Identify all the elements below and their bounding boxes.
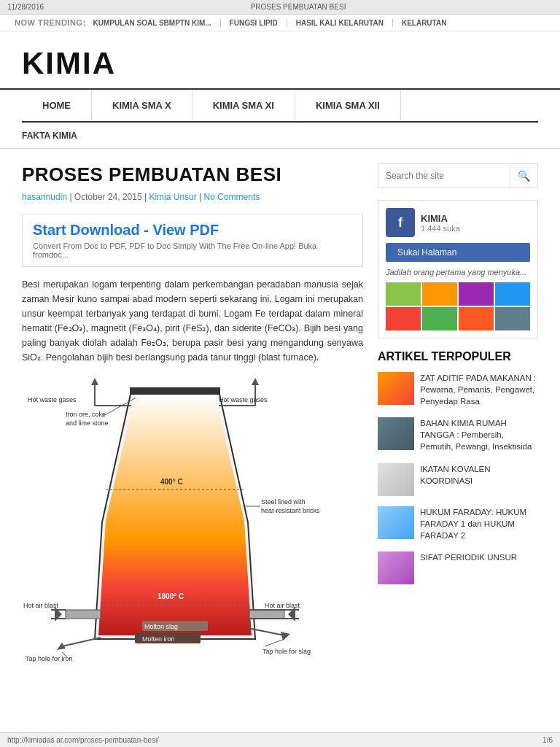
search-button[interactable]: 🔍 [510,164,537,187]
popular-thumb-0 [378,372,414,405]
diagram-container: 400° C 1800° C [22,376,363,685]
facebook-desc: Jadilah orang pertama yang menyuka... [386,268,530,276]
svg-text:Hot air blast: Hot air blast [265,602,300,609]
popular-item-4[interactable]: SIFAT PERIODIK UNSUR [378,551,538,584]
nav-sma-xi[interactable]: KIMIA SMA XI [192,90,295,121]
pdf-ad: Start Download - View PDF Convert From D… [22,214,363,267]
svg-text:Hot air blast: Hot air blast [23,602,59,609]
svg-line-42 [265,639,284,646]
fb-image-5 [386,307,421,330]
facebook-likes: 1.444 suka [421,224,460,233]
trending-item-1[interactable]: FUNGSI LIPID [221,19,287,27]
sub-nav: FAKTA KIMIA [0,123,560,149]
popular-thumb-3 [378,506,414,539]
browser-bar: 11/28/2016 PROSES PEMBUATAN BESI [0,0,560,15]
main-content: PROSES PEMBUATAN BESI hasannudin | Octob… [22,163,363,692]
popular-section-title: ARTIKEL TERPOPULER [378,350,538,363]
article-comments[interactable]: No Comments [204,192,260,202]
popular-item-2[interactable]: IKATAN KOVALEN KOORDINASI [378,463,538,496]
main-nav: HOME KIMIA SMA X KIMIA SMA XI KIMIA SMA … [22,90,538,123]
search-box: 🔍 [378,163,538,188]
site-header: KIMIA [0,31,560,90]
svg-text:and lime stone: and lime stone [66,419,109,427]
popular-text-3: HUKUM FARADAY: HUKUM FARADAY 1 dan HUKUM… [420,506,538,541]
facebook-info: KIMIA 1.444 suka [421,213,460,233]
fb-image-8 [495,307,530,330]
trending-label: NOW TRENDING: [15,18,86,27]
fb-image-4 [495,282,530,306]
popular-text-1: BAHAN KIMIA RUMAH TANGGA : Pembersih, Pe… [420,417,538,452]
nav-home[interactable]: HOME [22,90,92,121]
sub-nav-fakta[interactable]: FAKTA KIMIA [22,131,77,141]
svg-text:400° C: 400° C [160,478,183,486]
facebook-box: f KIMIA 1.444 suka Sukai Halaman Jadilah… [378,200,538,338]
browser-page-title: PROSES PEMBUATAN BESI [251,3,346,11]
svg-text:Molten iron: Molten iron [142,635,175,643]
svg-marker-17 [91,378,98,385]
svg-rect-7 [66,610,101,619]
popular-item-3[interactable]: HUKUM FARADAY: HUKUM FARADAY 1 dan HUKUM… [378,506,538,541]
article-meta: hasannudin | October 24, 2015 | Kimia Un… [22,192,363,202]
popular-text-0: ZAT ADITIF PADA MAKANAN : Pewarna, Peman… [420,372,538,407]
svg-text:Tap hole for slag: Tap hole for slag [262,648,311,655]
nav-sma-x[interactable]: KIMIA SMA X [92,90,192,121]
svg-text:Molton slag: Molton slag [144,623,178,630]
article-category[interactable]: Kimia Unsur [149,192,196,202]
svg-marker-20 [252,378,259,385]
svg-text:Hot waste gases: Hot waste gases [28,396,77,403]
svg-text:Hot waste gases: Hot waste gases [219,396,268,403]
popular-text-2: IKATAN KOVALEN KOORDINASI [420,463,538,487]
trending-item-0[interactable]: KUMPULAN SOAL SBMPTN KIM... [93,19,221,27]
popular-thumb-4 [378,551,414,584]
fb-image-3 [459,282,494,306]
facebook-page-name: KIMIA [421,213,460,224]
blast-furnace-diagram: 400° C 1800° C [22,376,328,683]
article-author[interactable]: hasannudin [22,192,67,202]
svg-text:Steel lined with: Steel lined with [261,498,306,506]
search-input[interactable] [378,165,510,187]
svg-text:1800° C: 1800° C [158,592,184,600]
sidebar: 🔍 f KIMIA 1.444 suka Sukai Halaman Jadil… [378,163,538,692]
pdf-title[interactable]: Start Download - View PDF [33,222,352,239]
trending-item-3[interactable]: KELARUTAN [393,19,455,27]
svg-rect-2 [130,387,220,395]
content-wrapper: PROSES PEMBUATAN BESI hasannudin | Octob… [0,149,560,707]
trending-bar: NOW TRENDING: KUMPULAN SOAL SBMPTN KIM..… [0,15,560,31]
popular-thumb-1 [378,417,414,450]
pdf-desc: Convert From Doc to PDF, PDF to Doc Simp… [33,241,352,259]
fb-image-1 [386,282,421,306]
fb-image-6 [422,307,457,330]
svg-text:Iron ore, coke: Iron ore, coke [66,411,106,418]
trending-item-2[interactable]: HASIL KALI KELARUTAN [287,19,393,27]
facebook-header: f KIMIA 1.444 suka [386,208,530,237]
svg-rect-11 [249,610,284,619]
popular-item-1[interactable]: BAHAN KIMIA RUMAH TANGGA : Pembersih, Pe… [378,417,538,452]
site-logo[interactable]: KIMIA [22,46,538,81]
svg-marker-24 [281,632,290,640]
trending-items: KUMPULAN SOAL SBMPTN KIM... FUNGSI LIPID… [93,19,456,27]
article-date: October 24, 2015 [74,192,142,202]
facebook-like-button[interactable]: Sukai Halaman [386,243,530,262]
popular-item-0[interactable]: ZAT ADITIF PADA MAKANAN : Pewarna, Peman… [378,372,538,407]
article-body: Besi merupakan logam terpenting dalam pe… [22,277,363,365]
svg-line-21 [62,638,101,646]
nav-sma-xii[interactable]: KIMIA SMA XII [295,90,401,121]
facebook-logo: f [386,208,415,237]
popular-thumb-2 [378,463,414,496]
fb-image-7 [459,307,494,330]
svg-text:heat-resistant bricks: heat-resistant bricks [261,507,320,514]
browser-date: 11/28/2016 [7,3,44,11]
popular-text-4: SIFAT PERIODIK UNSUR [420,551,517,563]
article-title: PROSES PEMBUATAN BESI [22,163,363,186]
fb-image-2 [422,282,457,306]
facebook-images [386,282,530,330]
